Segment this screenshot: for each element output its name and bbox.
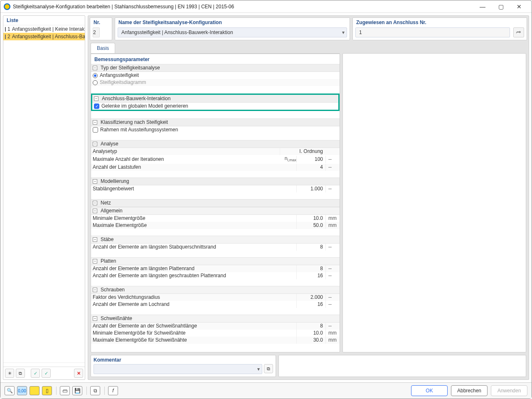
row-member-cross-section[interactable]: Anzahl der Elemente am längsten Stabquer…	[91, 244, 340, 251]
comment-label: Kommentar	[94, 357, 273, 363]
maximize-button[interactable]: ▢	[492, 1, 510, 12]
collapse-icon[interactable]: −	[93, 316, 97, 321]
parameter-tree: −Typ der Steifigkeitsanalyse Anfangsstei…	[91, 64, 340, 352]
checkbox-icon: ✓	[94, 103, 99, 109]
comment-library-button[interactable]: ⧉	[264, 364, 273, 373]
name-field: Name der Steifigkeitsanalyse-Konfigurati…	[115, 17, 350, 40]
group-analysis[interactable]: −Analyse	[91, 140, 340, 148]
app-icon	[4, 3, 10, 10]
radio-stiffness-diagram[interactable]: Steifigkeitsdiagramm	[91, 79, 340, 86]
list-item[interactable]: 1 Anfangssteifigkeit | Keine Interaktion	[3, 25, 85, 33]
collapse-icon[interactable]: −	[93, 201, 97, 205]
nr-field: Nr. 2	[90, 17, 112, 40]
row-analysis-type[interactable]: Analysetyp I. Ordnung	[91, 148, 340, 155]
radio-initial-stiffness[interactable]: Anfangssteifigkeit	[91, 72, 340, 79]
assigned-field: Zugewiesen an Anschluss Nr. 1 ⮫	[352, 17, 527, 40]
list-item-number: 1	[7, 26, 10, 32]
subgroup-members[interactable]: −Stäbe	[91, 236, 340, 244]
titlebar: Steifigkeitsanalyse-Konfiguration bearbe…	[0, 0, 532, 13]
assigned-value: 1	[355, 27, 510, 37]
tool-units-icon[interactable]: 0,00	[17, 386, 27, 395]
minimize-button[interactable]: —	[473, 1, 492, 12]
row-weld-max-size[interactable]: Maximale Elementgröße für Schweißnähte 3…	[91, 337, 340, 344]
collapse-icon[interactable]: −	[94, 96, 99, 101]
collapse-icon[interactable]: −	[93, 179, 97, 184]
row-weld-min-size[interactable]: Minimale Elementgröße für Schweißnähte 1…	[91, 330, 340, 337]
subgroup-welds[interactable]: −Schweißnähte	[91, 315, 340, 323]
collapse-icon[interactable]: −	[93, 259, 97, 264]
tool-color-yellow-icon[interactable]	[30, 386, 39, 395]
apply-button[interactable]: Anwenden	[491, 385, 527, 396]
new-button[interactable]: ✳	[5, 369, 14, 378]
checkbox-generate-hinges[interactable]: ✓Gelenke im globalen Modell generieren	[92, 103, 338, 110]
collapse-icon[interactable]: −	[93, 66, 97, 70]
horizontal-scrollbar[interactable]	[3, 362, 85, 367]
subgroup-bolts[interactable]: −Schrauben	[91, 286, 340, 294]
row-hole-edge-elements[interactable]: Anzahl der Elemente am Lochrand 16--	[91, 301, 340, 308]
group-classification[interactable]: −Klassifizierung nach Steifigkeit	[91, 118, 340, 126]
tab-basis[interactable]: Basis	[91, 43, 115, 53]
group-interaction[interactable]: −Anschluss-Bauwerk-Interaktion	[92, 95, 338, 103]
close-button[interactable]: ✕	[510, 1, 528, 12]
chevron-down-icon: ▾	[257, 366, 260, 372]
list-toolbar: ✳ ⧉ ✓ ✓ ✕	[3, 367, 85, 379]
cancel-button[interactable]: Abbrechen	[451, 385, 488, 396]
tool-copy-icon[interactable]: ⧉	[90, 386, 100, 395]
nr-label: Nr.	[90, 18, 112, 26]
nr-value: 2	[93, 27, 100, 37]
collapse-icon[interactable]: −	[93, 142, 97, 146]
config-list: 1 Anfangssteifigkeit | Keine Interaktion…	[3, 25, 85, 362]
parameters-pane: Bemessungsparameter −Typ der Steifigkeit…	[91, 53, 340, 352]
check-button-2[interactable]: ✓	[42, 369, 51, 378]
check-button-1[interactable]: ✓	[31, 369, 40, 378]
copy-button[interactable]: ⧉	[16, 369, 25, 378]
collapse-icon[interactable]: −	[93, 209, 97, 213]
footer-toolbar: 🔍 0,00 ▯ 🗃 💾 ⧉ f OK Abbrechen Anwenden	[0, 382, 532, 399]
row-plate-edge[interactable]: Anzahl der Elemente am längsten Plattenr…	[91, 265, 340, 272]
collapse-icon[interactable]: −	[93, 120, 97, 125]
group-modelling[interactable]: −Modellierung	[91, 177, 340, 185]
pick-icon[interactable]: ⮫	[513, 27, 524, 37]
comment-right-pane	[278, 355, 526, 377]
list-item[interactable]: 2 Anfangssteifigkeit | Anschluss-Bauwerk…	[3, 33, 85, 40]
group-mesh[interactable]: −Netz	[91, 199, 340, 207]
tool-profile-icon[interactable]: ▯	[42, 386, 52, 395]
subgroup-general[interactable]: −Allgemein	[91, 207, 340, 215]
comment-input[interactable]: ▾	[94, 364, 262, 374]
row-min-element-size[interactable]: Minimale Elementgröße 10.0mm	[91, 215, 340, 222]
dialog-window: Steifigkeitsanalyse-Konfiguration bearbe…	[0, 0, 532, 399]
row-compaction-radius[interactable]: Faktor des Verdichtungsradius 2.000--	[91, 294, 340, 301]
row-member-length-factor[interactable]: Stablängenbeiwert 1.000--	[91, 185, 340, 192]
subgroup-plates[interactable]: −Platten	[91, 257, 340, 265]
radio-icon	[93, 80, 98, 85]
assigned-label: Zugewiesen an Anschluss Nr.	[353, 18, 527, 26]
chevron-down-icon: ▾	[342, 30, 345, 35]
assigned-input[interactable]: 1	[355, 27, 510, 37]
checkbox-braced-frames[interactable]: Rahmen mit Aussteifungssystemen	[91, 126, 340, 133]
parameters-header: Bemessungsparameter	[91, 54, 340, 64]
name-value: Anfangssteifigkeit | Anschluss-Bauwerk-I…	[118, 27, 347, 37]
tool-search-icon[interactable]: 🔍	[5, 386, 15, 395]
radio-icon	[93, 73, 98, 78]
name-label: Name der Steifigkeitsanalyse-Konfigurati…	[115, 18, 350, 26]
collapse-icon[interactable]: −	[93, 288, 97, 292]
list-header: Liste	[3, 16, 85, 25]
main-panel: Nr. 2 Name der Steifigkeitsanalyse-Konfi…	[88, 15, 529, 380]
collapse-icon[interactable]: −	[93, 237, 97, 242]
delete-button[interactable]: ✕	[74, 369, 83, 378]
list-panel: Liste 1 Anfangssteifigkeit | Keine Inter…	[3, 15, 85, 380]
row-load-steps[interactable]: Anzahl der Laststufen 4--	[91, 164, 340, 171]
tool-function-icon[interactable]: f	[108, 386, 118, 395]
color-swatch-icon	[5, 27, 6, 32]
tool-db-icon[interactable]: 🗃	[60, 386, 70, 395]
row-bolted-plate-edge[interactable]: Anzahl der Elemente am längsten geschrau…	[91, 272, 340, 279]
row-weld-length-elements[interactable]: Anzahl der Elemente an der Schweißnahtlä…	[91, 323, 340, 330]
list-item-label: Anfangssteifigkeit | Keine Interaktion	[12, 26, 85, 32]
group-stiffness-type[interactable]: −Typ der Steifigkeitsanalyse	[91, 64, 340, 72]
tool-save-icon[interactable]: 💾	[72, 386, 82, 395]
ok-button[interactable]: OK	[411, 385, 448, 396]
name-dropdown[interactable]: Anfangssteifigkeit | Anschluss-Bauwerk-I…	[118, 27, 347, 37]
row-max-element-size[interactable]: Maximale Elementgröße 50.0mm	[91, 222, 340, 229]
highlight-box: −Anschluss-Bauwerk-Interaktion ✓Gelenke …	[91, 94, 340, 111]
row-max-iterations[interactable]: Maximale Anzahl der Iterationen ni,max 1…	[91, 155, 340, 164]
